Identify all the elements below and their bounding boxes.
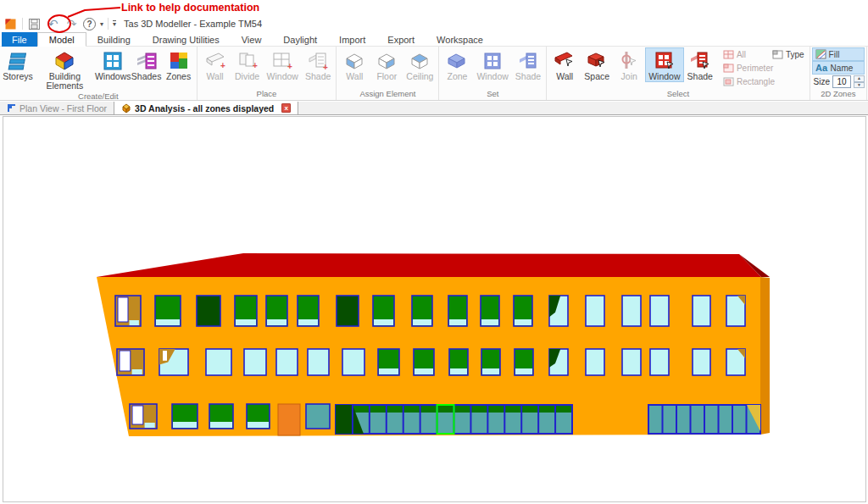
shades-icon <box>136 50 158 72</box>
set-shade-button: Shade <box>512 47 544 82</box>
group-select: Wall Space Join <box>547 47 810 100</box>
tab-import[interactable]: Import <box>328 32 376 47</box>
quick-access-toolbar: ↶ ↷ ? ▾ ▾ Tas 3D Modeller - Example TM54 <box>3 16 262 31</box>
close-tab-icon[interactable]: x <box>281 103 291 113</box>
group-label: 2D Zones <box>812 89 865 100</box>
svg-text:+: + <box>220 61 225 70</box>
group-2d-zones: Fill Aa Name Size 10 ▲ ▼ 2D Zones <box>810 47 867 100</box>
redo-icon[interactable]: ↷ <box>64 17 79 31</box>
select-space-button[interactable]: Space <box>581 47 613 82</box>
tab-building[interactable]: Building <box>86 32 142 47</box>
place-window-button: + Window <box>264 47 302 82</box>
group-label: Place <box>199 89 335 100</box>
storeys-button[interactable]: Storeys <box>2 47 34 82</box>
tab-model[interactable]: Model <box>37 32 86 47</box>
svg-text:+: + <box>287 62 292 71</box>
group-assign-element: Wall Floor Ceiling Assign Element <box>337 47 439 100</box>
plan-view-icon <box>7 103 16 113</box>
size-stepper[interactable]: ▲ ▼ <box>854 75 865 88</box>
select-type-button[interactable]: Type <box>769 47 808 61</box>
customize-toolbar-icon[interactable]: ▾ <box>113 20 116 28</box>
divider <box>108 18 108 30</box>
zones-button[interactable]: Zones <box>163 47 195 82</box>
view-tab-plan[interactable]: Plan View - First Floor <box>0 102 114 114</box>
wall-assign-icon <box>343 50 365 72</box>
select-wall-button[interactable]: Wall <box>548 47 581 82</box>
zone-set-icon <box>446 50 468 72</box>
shade-set-icon <box>517 50 539 72</box>
ribbon: Storeys Building Elements Windows <box>0 47 868 101</box>
select-rectangle-button: Rectangle <box>720 75 808 88</box>
cube-3d-icon <box>121 103 131 114</box>
join-select-icon <box>618 50 640 72</box>
tab-daylight[interactable]: Daylight <box>272 32 328 47</box>
select-all-button: All <box>720 47 769 61</box>
window-place-icon: + <box>271 50 293 72</box>
app-icon <box>3 17 18 31</box>
title-bar: ↶ ↷ ? ▾ ▾ Tas 3D Modeller - Example TM54… <box>0 0 868 32</box>
shade-select-icon <box>689 50 711 72</box>
tab-export[interactable]: Export <box>376 32 426 47</box>
shades-button[interactable]: Shades <box>131 47 163 82</box>
group-label: Set <box>441 89 544 100</box>
group-label: Create/Edit <box>2 91 195 102</box>
assign-ceiling-button: Ceiling <box>403 47 437 82</box>
space-select-icon <box>586 50 608 72</box>
floor-assign-icon <box>376 50 398 72</box>
tab-drawing-utilities[interactable]: Drawing Utilities <box>142 32 231 47</box>
select-perimeter-button: Perimeter <box>720 61 808 75</box>
view-tab-bar: Plan View - First Floor 3D Analysis - al… <box>0 102 868 115</box>
window-select-icon <box>654 50 676 72</box>
stepper-up-icon[interactable]: ▲ <box>854 75 865 82</box>
divide-place-icon: + <box>236 50 259 72</box>
window-title: Tas 3D Modeller - Example TM54 <box>124 19 262 29</box>
windows-button[interactable]: Windows <box>96 47 131 82</box>
tab-view[interactable]: View <box>231 32 273 47</box>
type-select-icon <box>772 50 783 59</box>
save-icon[interactable] <box>27 17 42 31</box>
3d-viewport[interactable] <box>3 116 866 502</box>
svg-text:+: + <box>253 61 258 70</box>
divider <box>22 18 23 30</box>
place-divide-button: + Divide <box>231 47 264 82</box>
building-elements-icon <box>53 50 75 72</box>
tab-workspace[interactable]: Workspace <box>426 32 494 47</box>
view-tab-3d-analysis[interactable]: 3D Analysis - all zones displayed x <box>114 102 298 114</box>
set-zone-button: Zone <box>441 47 473 82</box>
windows-icon <box>102 50 124 72</box>
help-icon[interactable]: ? <box>83 18 96 30</box>
undo-icon[interactable]: ↶ <box>46 17 60 31</box>
rectangle-select-icon <box>723 77 734 86</box>
group-label: Assign Element <box>338 89 437 100</box>
wall-select-icon <box>554 50 576 72</box>
group-label: Select <box>548 89 807 100</box>
wall-place-icon: + <box>204 50 226 72</box>
shade-place-icon: + <box>307 50 329 72</box>
tab-file[interactable]: File <box>2 32 37 47</box>
assign-floor-button: Floor <box>370 47 403 82</box>
building-elements-button[interactable]: Building Elements <box>34 47 96 91</box>
place-wall-button: + Wall <box>199 47 231 82</box>
name-toggle[interactable]: Aa Name <box>812 61 865 75</box>
assign-wall-button: Wall <box>338 47 370 82</box>
group-create-edit: Storeys Building Elements Windows <box>0 47 198 100</box>
select-shade-button[interactable]: Shade <box>684 47 716 82</box>
size-input[interactable]: 10 <box>832 75 851 88</box>
size-label: Size <box>814 77 830 86</box>
svg-text:Aa: Aa <box>815 63 828 73</box>
ribbon-tab-bar: File Model Building Drawing Utilities Vi… <box>0 32 868 47</box>
group-set: Zone Window Shade Set <box>439 47 547 100</box>
select-window-button[interactable]: Window <box>645 47 683 82</box>
group-place: + Wall + Divide + Window <box>198 47 337 100</box>
window-set-icon <box>481 50 504 72</box>
fill-toggle[interactable]: Fill <box>812 47 865 61</box>
name-icon: Aa <box>815 63 828 73</box>
stepper-down-icon[interactable]: ▼ <box>854 82 865 89</box>
chevron-down-icon[interactable]: ▾ <box>100 20 103 28</box>
fill-icon <box>815 49 826 59</box>
place-shade-button: + Shade <box>302 47 334 82</box>
set-window-button: Window <box>473 47 511 82</box>
building-3d-model <box>3 116 866 502</box>
zones-icon <box>168 50 190 72</box>
perimeter-select-icon <box>723 64 734 73</box>
